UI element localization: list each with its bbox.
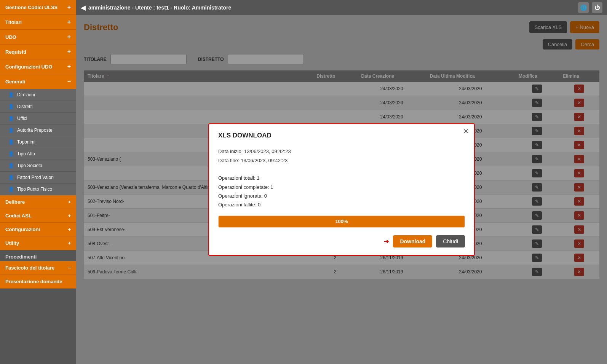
- expand-icon: +: [67, 4, 71, 11]
- topbar: ◀ amministrazione - Utente : test1 - Ruo…: [76, 0, 607, 15]
- sidebar-item-uffici[interactable]: Uffici: [0, 113, 76, 125]
- progress-bar-container: 100%: [218, 216, 465, 228]
- progress-bar-fill: 100%: [219, 216, 465, 227]
- sidebar-item-fascicolo[interactable]: Fascicolo del titolare −: [0, 261, 76, 275]
- sidebar-item-tipo-societa[interactable]: Tipo Societa: [0, 160, 76, 172]
- modal-close-button[interactable]: ✕: [463, 128, 469, 135]
- person-icon: [8, 163, 14, 168]
- modal-overlay: ✕ XLS DOWNLOAD Data inizio: 13/06/2023, …: [76, 15, 607, 364]
- app-title: amministrazione - Utente : test1 - Ruolo…: [88, 5, 231, 11]
- content-area: Distretto Scarica XLS + Nuova Cancella C…: [76, 15, 607, 364]
- download-button[interactable]: Download: [393, 235, 432, 247]
- person-icon: [8, 128, 14, 133]
- sidebar-item-delibere[interactable]: Delibere +: [0, 195, 76, 209]
- person-icon: [8, 175, 14, 180]
- xls-download-modal: ✕ XLS DOWNLOAD Data inizio: 13/06/2023, …: [208, 123, 475, 256]
- main-area: ◀ amministrazione - Utente : test1 - Ruo…: [76, 0, 607, 364]
- expand-icon: +: [67, 34, 71, 40]
- data-fine: Data fine: 13/06/2023, 09:42:23: [218, 156, 465, 165]
- chiudi-button[interactable]: Chiudi: [436, 235, 465, 247]
- sidebar-item-configurazioni[interactable]: Configurazioni +: [0, 223, 76, 236]
- person-icon: [8, 187, 14, 192]
- sidebar-item-utility[interactable]: Utility +: [0, 236, 76, 250]
- person-icon: [8, 104, 14, 109]
- sidebar-item-codici-asl[interactable]: Codici ASL +: [0, 209, 76, 223]
- sidebar-item-tipo-punto-fisico[interactable]: Tipo Punto Fisico: [0, 184, 76, 195]
- expand-icon: +: [67, 63, 71, 70]
- modal-title: XLS DOWNLOAD: [218, 132, 465, 139]
- expand-icon: +: [68, 213, 71, 219]
- sidebar-item-tipo-atto[interactable]: Tipo Atto: [0, 148, 76, 160]
- expand-icon: +: [68, 227, 71, 232]
- operazioni-totali: Operazioni totali: 1: [218, 174, 465, 182]
- expand-icon: +: [68, 199, 71, 205]
- back-icon[interactable]: ◀: [81, 4, 85, 11]
- sidebar-item-presentazione[interactable]: Presentazione domande: [0, 275, 76, 289]
- sidebar-item-requisiti[interactable]: Requisiti +: [0, 45, 76, 59]
- power-icon[interactable]: ⏻: [592, 2, 602, 13]
- expand-icon: +: [67, 19, 71, 26]
- sidebar-item-titolari[interactable]: Titolari +: [0, 15, 76, 30]
- sidebar-item-toponimi[interactable]: Toponimi: [0, 136, 76, 148]
- person-icon: [8, 151, 14, 156]
- modal-footer: ➜ Download Chiudi: [218, 235, 465, 247]
- sidebar-item-autorita-preposte[interactable]: Autorita Preposte: [0, 125, 76, 136]
- sidebar: Gestione Codici ULSS + Titolari + UDO + …: [0, 0, 76, 364]
- person-icon: [8, 116, 14, 121]
- operazioni-ignorate: Operazioni ignorata: 0: [218, 192, 465, 200]
- collapse-icon: −: [67, 78, 71, 85]
- collapse-icon: −: [68, 265, 71, 271]
- expand-icon: +: [67, 48, 71, 55]
- globe-icon[interactable]: 🌐: [578, 2, 589, 13]
- sidebar-item-gestione-codici[interactable]: Gestione Codici ULSS +: [0, 0, 76, 15]
- sidebar-item-configurazioni-udo[interactable]: Configurazioni UDO +: [0, 59, 76, 74]
- sidebar-item-udo[interactable]: UDO +: [0, 30, 76, 45]
- operazioni-completate: Operazioni completate: 1: [218, 183, 465, 192]
- sidebar-item-fattori-prod-valori[interactable]: Fattori Prod Valori: [0, 172, 76, 184]
- modal-info: Data inizio: 13/06/2023, 09:42:23 Data f…: [218, 147, 465, 209]
- sidebar-item-direzioni[interactable]: Direzioni: [0, 89, 76, 101]
- sidebar-item-generali[interactable]: Generali −: [0, 74, 76, 89]
- operazioni-fallite: Operazioni fallite: 0: [218, 200, 465, 209]
- procedimenti-label: Procedimenti: [0, 250, 76, 261]
- person-icon: [8, 92, 14, 97]
- expand-icon: +: [68, 240, 71, 246]
- arrow-indicator: ➜: [383, 237, 389, 246]
- sidebar-item-distretti[interactable]: Distretti: [0, 101, 76, 113]
- data-inizio: Data inizio: 13/06/2023, 09:42:23: [218, 147, 465, 156]
- person-icon: [8, 139, 14, 145]
